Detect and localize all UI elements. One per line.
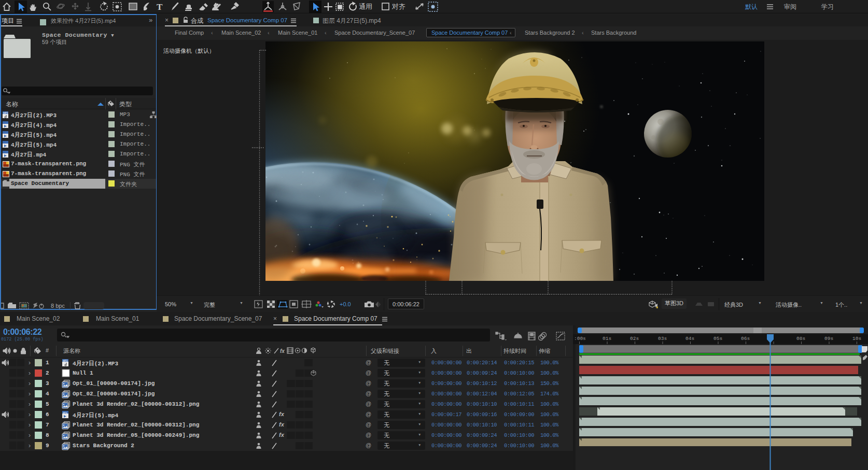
svg-text:04s: 04s (685, 336, 694, 341)
svg-text:8 bpc: 8 bpc (51, 303, 65, 309)
svg-text:T: T (157, 2, 163, 12)
svg-text:03s: 03s (658, 336, 667, 341)
svg-text::00s: :00s (574, 336, 586, 341)
svg-text:08s: 08s (796, 336, 805, 341)
svg-text:05s: 05s (713, 336, 722, 341)
svg-text:MP3: MP3 (3, 112, 8, 115)
svg-text:默认: 默认 (745, 3, 758, 10)
svg-text:01s: 01s (603, 336, 611, 341)
svg-text:审阅: 审阅 (784, 3, 796, 10)
svg-text:02s: 02s (630, 336, 639, 341)
svg-text:学习: 学习 (821, 3, 834, 10)
svg-text:MP4: MP4 (63, 411, 67, 414)
svg-text:09s: 09s (824, 336, 833, 341)
svg-text:06s: 06s (741, 336, 750, 341)
svg-text:对齐: 对齐 (391, 3, 405, 10)
svg-text:MP3: MP3 (63, 360, 68, 362)
svg-text:通用: 通用 (359, 3, 372, 10)
svg-text:10s: 10s (852, 336, 861, 341)
svg-text:fx: fx (280, 348, 285, 354)
